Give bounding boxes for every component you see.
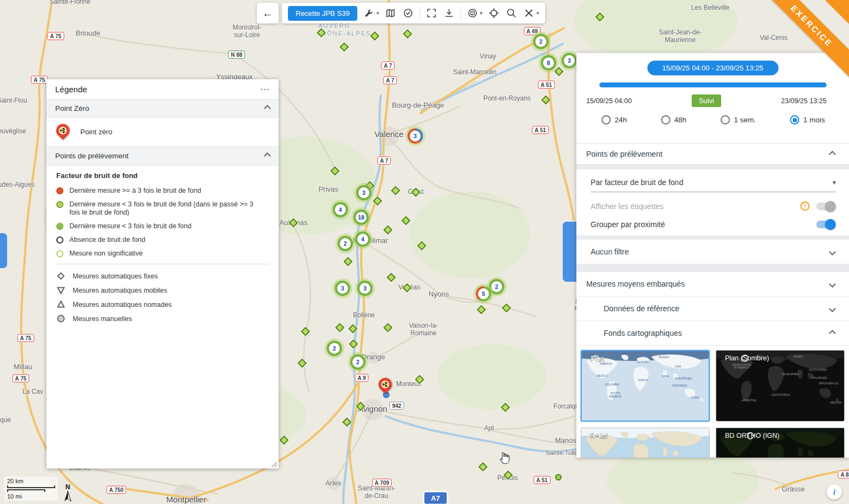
time-slider[interactable] <box>599 82 827 87</box>
section-points-header[interactable]: Points de prélèvement <box>576 143 849 165</box>
download-icon[interactable] <box>443 7 455 19</box>
cluster-marker[interactable]: 2 <box>350 354 365 370</box>
measure-point-diamond[interactable] <box>343 418 352 427</box>
thumbnail-map-label: SAUDI ARABIA <box>782 373 799 376</box>
magnifier-icon[interactable] <box>505 7 517 19</box>
cluster-marker[interactable]: 2 <box>533 34 549 49</box>
back-button[interactable]: ← <box>257 3 279 23</box>
thumbnail-map-label: OCEA <box>691 396 699 400</box>
measure-point-diamond[interactable] <box>391 186 400 195</box>
cluster-marker[interactable]: 2 <box>338 236 353 251</box>
check-circle-icon[interactable] <box>402 7 414 19</box>
measure-point-diamond[interactable] <box>384 323 393 333</box>
thumbnail-map-label: MEXICO <box>597 375 608 378</box>
basemap-ortho[interactable]: BD ORTHO (IGN) <box>716 428 845 458</box>
measure-point-diamond[interactable] <box>344 257 353 266</box>
measure-point-diamond[interactable] <box>331 167 340 176</box>
measure-point-diamond[interactable] <box>479 463 488 472</box>
measure-point-diamond[interactable] <box>298 359 307 368</box>
labels-toggle-label: Afficher les étiquettes <box>591 202 794 211</box>
cluster-marker[interactable]: 3 <box>562 53 577 68</box>
measure-point-diamond[interactable] <box>370 32 380 41</box>
point-zero-map-pin[interactable] <box>378 377 393 394</box>
cluster-count: 4 <box>335 204 346 215</box>
cluster-marker[interactable]: 3 <box>408 128 423 144</box>
measure-point-diamond[interactable] <box>280 436 289 445</box>
legend-section-point-zero[interactable]: Point Zéro <box>46 99 279 118</box>
filter-section-header[interactable]: Aucun filtre <box>576 240 849 264</box>
measure-point-diamond[interactable] <box>411 188 421 197</box>
bullseye-caret-icon[interactable]: ▾ <box>480 10 483 16</box>
time-preset-48h[interactable]: 48h <box>661 115 687 124</box>
bullseye-icon[interactable] <box>467 7 479 19</box>
legend-menu-button[interactable]: ⋯ <box>260 84 270 95</box>
factor-select[interactable]: Par facteur de bruit de fond ▾ <box>591 178 836 192</box>
info-button[interactable]: i <box>827 484 842 500</box>
radio-icon <box>790 115 799 124</box>
measure-point-diamond[interactable] <box>384 226 393 235</box>
cluster-marker[interactable]: 8 <box>541 55 556 70</box>
measure-point-diamond[interactable] <box>541 96 551 105</box>
measure-point-diamond[interactable] <box>289 218 298 228</box>
measure-point-diamond[interactable] <box>317 28 326 38</box>
measure-point-diamond[interactable] <box>555 67 564 76</box>
cluster-marker[interactable]: 5 <box>476 286 491 301</box>
embedded-section-header[interactable]: Mesures moyens embarqués <box>576 272 849 297</box>
measure-point-diamond[interactable] <box>504 471 513 480</box>
cluster-marker[interactable]: 2 <box>489 279 504 294</box>
cluster-marker[interactable]: 2 <box>327 341 342 356</box>
measure-point-diamond[interactable] <box>373 197 382 206</box>
legend-section-points[interactable]: Points de prélèvement <box>46 146 279 165</box>
point-zero-pin-icon <box>55 123 70 140</box>
cluster-marker[interactable]: 4 <box>355 232 370 247</box>
measure-point-diamond[interactable] <box>596 13 605 22</box>
advanced-tools-icon[interactable] <box>523 7 535 19</box>
basemap-light[interactable]: PlanRUSSIAASIAEUROPAAMERICAMEXICOCOLOMBI… <box>581 350 710 422</box>
measure-point-dot[interactable] <box>555 474 562 481</box>
cluster-marker[interactable]: 18 <box>353 210 369 225</box>
frame-extent-icon[interactable] <box>426 7 438 19</box>
group-toggle[interactable] <box>816 221 835 228</box>
shape-legend-item: Mesures manuelles <box>56 314 269 323</box>
right-panel-handle[interactable] <box>563 222 577 282</box>
measure-point-diamond[interactable] <box>403 29 412 39</box>
measure-point-diamond[interactable] <box>502 304 511 313</box>
map-itinerary-icon[interactable] <box>385 7 397 19</box>
measure-point-diamond[interactable] <box>301 327 310 336</box>
time-preset-1mois[interactable]: 1 mois <box>790 115 825 124</box>
measure-point-diamond[interactable] <box>403 283 412 293</box>
follow-button[interactable]: Suivi <box>692 94 721 107</box>
wrench-tools-icon[interactable] <box>363 7 375 19</box>
cluster-marker[interactable]: 3 <box>356 185 372 200</box>
measure-point-diamond[interactable] <box>340 43 349 52</box>
wrench-caret-icon[interactable]: ▾ <box>376 10 379 16</box>
basemap-dark[interactable]: Plan (Sombre)RUSSIAUNITED STATES OF AMER… <box>716 350 845 422</box>
date-range-button[interactable]: 15/09/25 04:00 - 23/09/25 13:25 <box>647 61 779 75</box>
measure-point-diamond[interactable] <box>349 340 358 349</box>
basemaps-section-header[interactable]: Fonds cartographiques <box>576 321 849 346</box>
measure-point-diamond[interactable] <box>477 305 486 315</box>
measure-point-diamond[interactable] <box>501 403 510 412</box>
measure-point-diamond[interactable] <box>387 273 396 282</box>
crosshair-icon[interactable] <box>488 7 500 19</box>
legend-resize-handle[interactable] <box>271 461 278 467</box>
advanced-tools-caret-icon[interactable]: ▾ <box>536 10 539 16</box>
measure-point-diamond[interactable] <box>402 216 411 226</box>
measure-point-diamond[interactable] <box>417 241 427 251</box>
cluster-marker[interactable]: 4 <box>333 202 348 217</box>
cluster-count: 2 <box>329 343 340 354</box>
time-preset-1sem[interactable]: 1 sem. <box>721 115 756 124</box>
cluster-marker[interactable]: 3 <box>357 281 373 296</box>
basemap-relief[interactable]: Relief <box>581 428 710 458</box>
measure-point-diamond[interactable] <box>356 402 365 411</box>
time-row: 15/09/25 04:00 Suivi 23/09/25 13:25 <box>586 94 827 107</box>
labels-toggle[interactable] <box>816 203 835 210</box>
reference-section-header[interactable]: Données de référence <box>576 297 849 321</box>
measure-point-diamond[interactable] <box>349 324 358 334</box>
measure-point-diamond[interactable] <box>335 323 345 333</box>
time-preset-24h[interactable]: 24h <box>602 115 627 124</box>
left-panel-handle[interactable] <box>0 233 7 268</box>
recipe-button[interactable]: Recette JPB S39 <box>288 6 357 21</box>
measure-point-diamond[interactable] <box>415 375 424 384</box>
cluster-marker[interactable]: 3 <box>335 281 350 296</box>
